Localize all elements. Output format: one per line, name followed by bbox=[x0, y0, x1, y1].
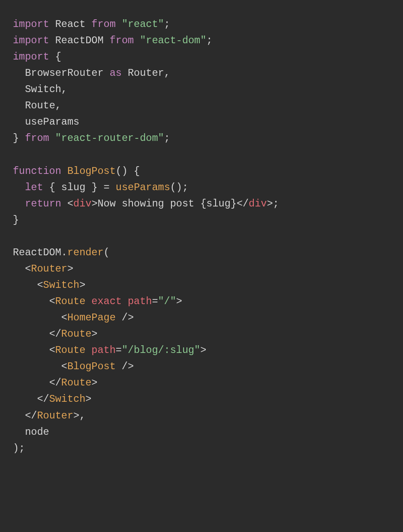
code-line: <HomePage /> bbox=[13, 312, 134, 323]
code-token: slug bbox=[206, 198, 230, 209]
code-token: ; bbox=[273, 198, 279, 209]
code-token bbox=[122, 296, 128, 307]
code-token: ; bbox=[206, 35, 212, 46]
code-line: function BlogPost() { bbox=[13, 165, 140, 177]
code-token bbox=[13, 393, 37, 405]
code-token: </ bbox=[25, 410, 37, 421]
code-token bbox=[110, 182, 116, 193]
code-token: BlogPost bbox=[67, 361, 116, 372]
code-token: Route bbox=[61, 328, 92, 340]
code-token bbox=[61, 198, 67, 209]
code-token: > bbox=[73, 410, 79, 421]
code-token: Now showing post bbox=[97, 198, 200, 209]
code-token: BrowserRouter bbox=[25, 67, 103, 79]
code-token: BlogPost bbox=[67, 165, 116, 177]
code-line: </Route> bbox=[13, 377, 97, 389]
code-token bbox=[13, 377, 49, 389]
code-token: , bbox=[164, 67, 170, 79]
code-token: </ bbox=[49, 328, 61, 340]
code-token bbox=[13, 100, 25, 111]
code-token: Router bbox=[31, 263, 67, 275]
code-token: from bbox=[25, 132, 49, 144]
code-token bbox=[19, 132, 25, 144]
code-token: import bbox=[13, 18, 49, 30]
code-token: slug bbox=[61, 182, 85, 193]
code-token: div bbox=[249, 198, 267, 209]
code-token bbox=[13, 344, 49, 356]
code-line: Switch, bbox=[13, 84, 67, 95]
code-token: = bbox=[152, 296, 158, 307]
code-line: <BlogPost /> bbox=[13, 361, 134, 372]
code-token: = bbox=[116, 344, 122, 356]
code-token: div bbox=[73, 198, 91, 209]
code-token bbox=[13, 361, 61, 372]
code-line: node bbox=[13, 426, 49, 438]
code-token bbox=[104, 67, 110, 79]
code-token bbox=[13, 328, 49, 340]
code-token: ; bbox=[182, 182, 188, 193]
code-token: "react" bbox=[122, 18, 164, 30]
code-token: Route bbox=[61, 377, 92, 389]
code-token: let bbox=[25, 182, 43, 193]
code-block: import React from "react"; import ReactD… bbox=[0, 0, 403, 473]
code-token: useParams bbox=[25, 116, 79, 128]
code-token bbox=[122, 67, 128, 79]
code-token: > bbox=[91, 328, 97, 340]
code-token bbox=[98, 182, 104, 193]
code-token: } bbox=[13, 132, 19, 144]
code-line: </Switch> bbox=[13, 393, 91, 405]
code-line: </Router>, bbox=[13, 410, 85, 421]
code-token: ( bbox=[104, 247, 110, 258]
code-token bbox=[134, 35, 140, 46]
code-token: Route bbox=[55, 344, 86, 356]
code-token bbox=[116, 18, 122, 30]
code-line: ReactDOM.render( bbox=[13, 247, 110, 258]
code-line: </Route> bbox=[13, 328, 97, 340]
code-token bbox=[49, 35, 55, 46]
code-token: Switch bbox=[25, 84, 61, 95]
code-token: ReactDOM bbox=[55, 35, 104, 46]
code-token: } bbox=[13, 214, 19, 226]
code-line: BrowserRouter as Router, bbox=[13, 67, 170, 79]
code-token bbox=[13, 296, 49, 307]
code-token: </ bbox=[37, 393, 49, 405]
code-token: () bbox=[170, 182, 182, 193]
code-token: > bbox=[85, 393, 91, 405]
code-token: } bbox=[231, 198, 237, 209]
code-token: > bbox=[200, 344, 206, 356]
code-token bbox=[13, 67, 25, 79]
code-token: () bbox=[116, 165, 128, 177]
code-token: path bbox=[128, 296, 152, 307]
code-token: Route bbox=[25, 100, 55, 111]
code-token: , bbox=[79, 410, 85, 421]
code-token: , bbox=[61, 84, 67, 95]
code-token: = bbox=[104, 182, 110, 193]
code-token: /> bbox=[116, 361, 134, 372]
code-token: Switch bbox=[49, 393, 86, 405]
code-token: > bbox=[267, 198, 273, 209]
code-token: . bbox=[61, 247, 67, 258]
code-token: node bbox=[25, 426, 49, 438]
code-line: } from "react-router-dom"; bbox=[13, 132, 170, 144]
code-line: <Router> bbox=[13, 263, 73, 275]
code-token bbox=[13, 426, 25, 438]
code-line: <Route exact path="/"> bbox=[13, 296, 182, 307]
code-token: useParams bbox=[116, 182, 170, 193]
code-token: </ bbox=[49, 377, 61, 389]
code-token: { bbox=[49, 182, 55, 193]
code-token bbox=[104, 35, 110, 46]
code-token: HomePage bbox=[67, 312, 116, 323]
code-token: { bbox=[134, 165, 140, 177]
code-token: < bbox=[37, 279, 43, 291]
code-token bbox=[61, 165, 67, 177]
code-token bbox=[13, 410, 25, 421]
code-token: ; bbox=[164, 132, 170, 144]
code-token bbox=[49, 18, 55, 30]
code-token: Router bbox=[128, 67, 164, 79]
code-token: < bbox=[49, 344, 55, 356]
code-token bbox=[85, 182, 91, 193]
code-token: < bbox=[61, 312, 67, 323]
code-token bbox=[13, 182, 25, 193]
code-token: exact bbox=[91, 296, 122, 307]
code-token: < bbox=[61, 361, 67, 372]
